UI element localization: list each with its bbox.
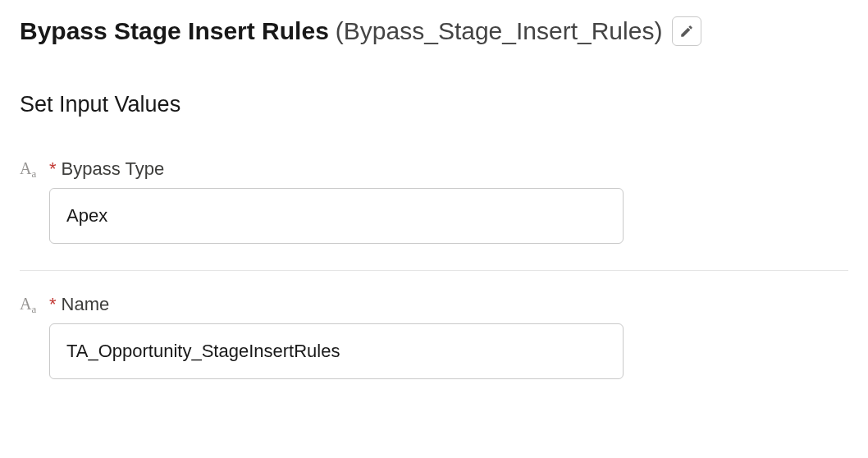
api-name: (Bypass_Stage_Insert_Rules) <box>336 17 663 45</box>
field-name: Aa * Name <box>20 294 848 402</box>
page-title: Bypass Stage Insert Rules <box>20 17 329 45</box>
edit-button[interactable] <box>672 16 701 46</box>
field-label-line: * Name <box>49 294 848 315</box>
name-input[interactable] <box>49 323 624 379</box>
required-indicator: * <box>49 160 57 178</box>
required-indicator: * <box>49 295 57 314</box>
field-label-line: * Bypass Type <box>49 158 848 180</box>
text-type-icon: Aa <box>20 294 49 313</box>
pencil-icon <box>679 24 694 39</box>
field-divider <box>20 270 848 271</box>
bypass-type-input[interactable] <box>49 188 624 244</box>
section-title: Set Input Values <box>20 92 848 117</box>
text-type-icon: Aa <box>20 158 49 177</box>
header: Bypass Stage Insert Rules (Bypass_Stage_… <box>20 16 848 46</box>
field-label: Name <box>60 294 110 315</box>
field-bypass-type: Aa * Bypass Type <box>20 158 848 267</box>
field-label: Bypass Type <box>60 158 165 180</box>
